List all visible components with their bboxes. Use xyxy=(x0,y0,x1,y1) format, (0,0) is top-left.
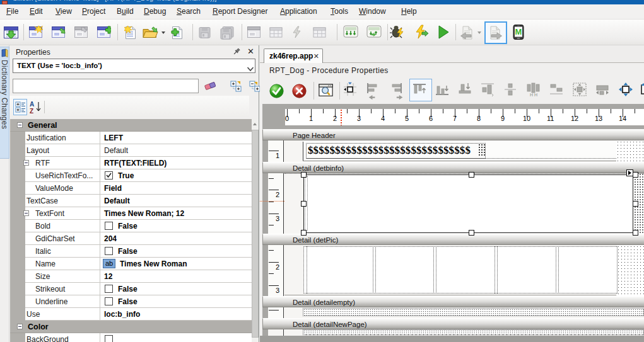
svg-text:M: M xyxy=(515,27,522,37)
svg-text:A: A xyxy=(30,101,34,108)
svg-text:H: H xyxy=(530,93,533,97)
svg-text:Z: Z xyxy=(30,108,33,115)
svg-text:H: H xyxy=(534,93,537,97)
